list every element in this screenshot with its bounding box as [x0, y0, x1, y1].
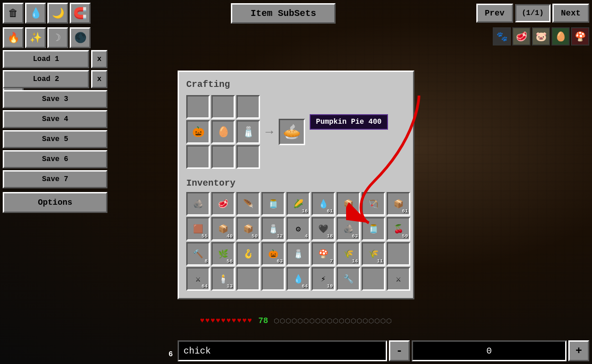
- inv-slot-4[interactable]: 🌽16: [286, 192, 310, 216]
- result-area: 🥧 Pumpkin Pie 400: [279, 119, 305, 145]
- moon-button[interactable]: 🌙: [47, 3, 68, 24]
- status-bar: ♥♥♥♥♥♥♥♥♥♥ 78 ⬡⬡⬡⬡⬡⬡⬡⬡⬡⬡⬡⬡⬡⬡⬡⬡⬡⬡⬡⬡: [0, 314, 592, 328]
- inv-slot-20[interactable]: 🪝: [236, 242, 260, 266]
- inv-slot-6[interactable]: 📦: [337, 192, 360, 216]
- craft-slot-0[interactable]: [186, 95, 210, 119]
- save3-button[interactable]: Save 3: [3, 90, 107, 108]
- inv-slot-28[interactable]: 🕯️13: [211, 267, 235, 291]
- bottom-bar: 6 - 0 +: [0, 338, 592, 364]
- crafting-grid-area: 🎃 🥚 🧂 → 🥧 Pumpkin Pie 400: [186, 95, 406, 169]
- crafting-panel: Crafting 🎃 🥚 🧂 → 🥧 Pumpkin Pie 400 Inven…: [178, 71, 414, 299]
- load2-button[interactable]: Load 2: [3, 70, 89, 88]
- toolbar-row2: 🔥 ✨ ☽ 🌑: [3, 27, 91, 48]
- left-panel: Load 1 x Load 2 x Save 3 Save 4 Save 5 S…: [3, 50, 107, 213]
- crafting-grid: 🎃 🥚 🧂: [186, 95, 260, 169]
- inv-slot-31[interactable]: 💧64: [286, 267, 310, 291]
- crescent-button[interactable]: ☽: [47, 27, 68, 48]
- craft-slot-6[interactable]: [186, 145, 210, 169]
- health-number: 78: [258, 316, 268, 325]
- inv-slot-22[interactable]: 🧂: [286, 242, 310, 266]
- inv-slot-16[interactable]: 🫙: [362, 217, 385, 241]
- save4-row: Save 4: [3, 110, 107, 128]
- inv-slot-26[interactable]: [387, 242, 410, 266]
- save3-row: Save 3: [3, 90, 107, 108]
- options-button[interactable]: Options: [3, 192, 107, 213]
- craft-slot-7[interactable]: [211, 145, 235, 169]
- load1-x-button[interactable]: x: [91, 50, 107, 68]
- minus-button[interactable]: -: [389, 340, 410, 361]
- next-button[interactable]: Next: [552, 4, 589, 23]
- inv-slot-18[interactable]: 🔨8: [186, 242, 210, 266]
- inv-slot-9[interactable]: 🟫55: [186, 217, 210, 241]
- crafting-title: Crafting: [186, 79, 406, 90]
- inv-slot-34[interactable]: [362, 267, 385, 291]
- inv-slot-1[interactable]: 🥩: [211, 192, 235, 216]
- inv-slot-25[interactable]: 🌾11: [362, 242, 385, 266]
- inv-slot-33[interactable]: 🔧: [337, 267, 360, 291]
- inv-slot-32[interactable]: ⚡19: [311, 267, 335, 291]
- craft-slot-4[interactable]: 🥚: [211, 120, 235, 144]
- result-slot[interactable]: 🥧: [279, 119, 305, 145]
- inv-slot-0[interactable]: 🪨: [186, 192, 210, 216]
- inv-slot-11[interactable]: 📦50: [236, 217, 260, 241]
- inv-slot-13[interactable]: ⚙️4: [286, 217, 310, 241]
- toolbar-center: Item SubSets: [93, 3, 474, 24]
- moon2-button[interactable]: 🌑: [70, 27, 91, 48]
- inv-slot-30[interactable]: [261, 267, 285, 291]
- inventory-title: Inventory: [186, 178, 406, 188]
- toolbar-left: 🗑 💧 🌙 🧲: [0, 1, 93, 25]
- item-icons-row: 🐾 🥩 🐷 🥚 🍄: [493, 27, 589, 46]
- magnet-button[interactable]: 🧲: [70, 3, 91, 24]
- inv-slot-3[interactable]: 🫙: [261, 192, 285, 216]
- star-button[interactable]: ✨: [25, 27, 46, 48]
- inv-slot-19[interactable]: 🌿56: [211, 242, 235, 266]
- inv-slot-10[interactable]: 📦40: [211, 217, 235, 241]
- save4-button[interactable]: Save 4: [3, 110, 107, 128]
- inv-slot-27[interactable]: ⚔️64: [186, 267, 210, 291]
- inv-slot-12[interactable]: 🧂12: [261, 217, 285, 241]
- item-icon-1: 🐾: [493, 27, 511, 46]
- count-display: 0: [412, 340, 566, 361]
- top-toolbar: 🗑 💧 🌙 🧲 Item SubSets Prev (1/1) Next: [0, 0, 592, 26]
- save7-button[interactable]: Save 7: [3, 170, 107, 188]
- inv-slot-2[interactable]: 🪶: [236, 192, 260, 216]
- inv-slot-15[interactable]: 🪨63: [337, 217, 360, 241]
- prev-button[interactable]: Prev: [476, 4, 513, 23]
- inv-slot-8[interactable]: 📦61: [387, 192, 410, 216]
- craft-slot-8[interactable]: [236, 145, 260, 169]
- bottom-small-num: 6: [168, 350, 173, 359]
- water-button[interactable]: 💧: [25, 3, 46, 24]
- inv-slot-21[interactable]: 🎃63: [261, 242, 285, 266]
- craft-slot-2[interactable]: [236, 95, 260, 119]
- item-icon-5: 🍄: [571, 27, 589, 46]
- toolbar-right: Prev (1/1) Next: [474, 2, 592, 25]
- inv-slot-14[interactable]: 🖤18: [311, 217, 335, 241]
- save5-row: Save 5: [3, 130, 107, 148]
- item-icon-3: 🐷: [532, 27, 550, 46]
- inv-slot-29[interactable]: [236, 267, 260, 291]
- craft-slot-3[interactable]: 🎃: [186, 120, 210, 144]
- craft-slot-5[interactable]: 🧂: [236, 120, 260, 144]
- item-subsets-button[interactable]: Item SubSets: [231, 3, 336, 24]
- inv-slot-17[interactable]: 🍒59: [387, 217, 410, 241]
- item-icon-4: 🥚: [551, 27, 570, 46]
- inventory-grid: 🪨 🥩 🪶 🫙 🌽16 💧61 📦 🏹 📦61 🟫55 📦40 📦50 🧂12 …: [186, 192, 406, 291]
- inv-slot-35[interactable]: ⚔️: [387, 267, 410, 291]
- load1-button[interactable]: Load 1: [3, 50, 89, 68]
- save6-button[interactable]: Save 6: [3, 150, 107, 168]
- craft-slot-1[interactable]: [211, 95, 235, 119]
- inv-slot-5[interactable]: 💧61: [311, 192, 335, 216]
- search-input[interactable]: [178, 340, 387, 361]
- inv-slot-7[interactable]: 🏹: [362, 192, 385, 216]
- plus-button[interactable]: +: [568, 340, 589, 361]
- trash-button[interactable]: 🗑: [3, 3, 24, 24]
- load1-row: Load 1 x: [3, 50, 107, 68]
- inv-slot-23[interactable]: 🍄7: [311, 242, 335, 266]
- pumpkin-pie-tooltip: Pumpkin Pie 400: [310, 114, 388, 130]
- hearts-display: ♥♥♥♥♥♥♥♥♥♥: [200, 317, 253, 325]
- page-indicator: (1/1): [515, 4, 551, 22]
- save5-button[interactable]: Save 5: [3, 130, 107, 148]
- fire-button[interactable]: 🔥: [3, 27, 24, 48]
- load2-x-button[interactable]: x: [91, 70, 107, 88]
- inv-slot-24[interactable]: 🌾14: [337, 242, 360, 266]
